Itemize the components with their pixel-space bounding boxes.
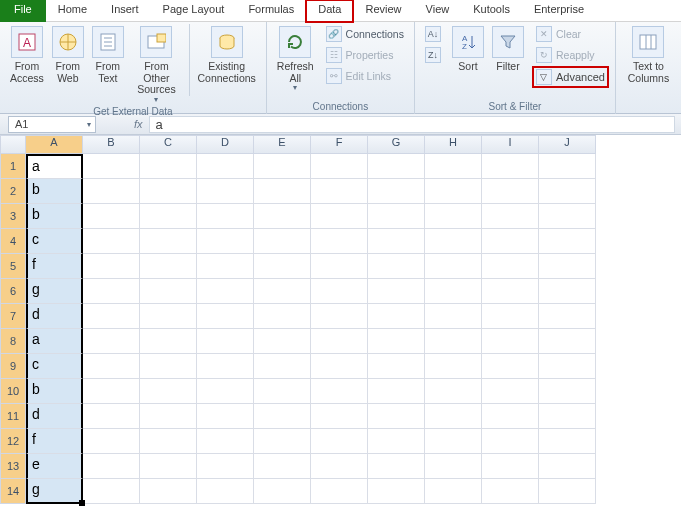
cell-D5[interactable] bbox=[197, 254, 254, 279]
cell-D14[interactable] bbox=[197, 479, 254, 504]
cell-H5[interactable] bbox=[425, 254, 482, 279]
cell-I7[interactable] bbox=[482, 304, 539, 329]
connections-button[interactable]: 🔗Connections bbox=[322, 24, 408, 44]
cell-J12[interactable] bbox=[539, 429, 596, 454]
cell-C3[interactable] bbox=[140, 204, 197, 229]
cell-C1[interactable] bbox=[140, 154, 197, 179]
cell-A12[interactable]: f bbox=[26, 429, 83, 454]
cell-C11[interactable] bbox=[140, 404, 197, 429]
cell-C14[interactable] bbox=[140, 479, 197, 504]
cell-B7[interactable] bbox=[83, 304, 140, 329]
cell-G6[interactable] bbox=[368, 279, 425, 304]
cell-B12[interactable] bbox=[83, 429, 140, 454]
tab-home[interactable]: Home bbox=[46, 0, 99, 22]
cell-G11[interactable] bbox=[368, 404, 425, 429]
cell-B14[interactable] bbox=[83, 479, 140, 504]
cell-I6[interactable] bbox=[482, 279, 539, 304]
cell-B10[interactable] bbox=[83, 379, 140, 404]
cell-F10[interactable] bbox=[311, 379, 368, 404]
cell-D2[interactable] bbox=[197, 179, 254, 204]
cell-I9[interactable] bbox=[482, 354, 539, 379]
column-header-C[interactable]: C bbox=[140, 135, 197, 154]
cell-B5[interactable] bbox=[83, 254, 140, 279]
row-header-2[interactable]: 2 bbox=[0, 179, 26, 204]
cell-F1[interactable] bbox=[311, 154, 368, 179]
cell-C4[interactable] bbox=[140, 229, 197, 254]
row-header-14[interactable]: 14 bbox=[0, 479, 26, 504]
cell-C9[interactable] bbox=[140, 354, 197, 379]
cell-H3[interactable] bbox=[425, 204, 482, 229]
cell-A11[interactable]: d bbox=[26, 404, 83, 429]
cell-J6[interactable] bbox=[539, 279, 596, 304]
cell-F11[interactable] bbox=[311, 404, 368, 429]
cell-H11[interactable] bbox=[425, 404, 482, 429]
cell-E8[interactable] bbox=[254, 329, 311, 354]
row-header-5[interactable]: 5 bbox=[0, 254, 26, 279]
cell-I5[interactable] bbox=[482, 254, 539, 279]
cell-G2[interactable] bbox=[368, 179, 425, 204]
cell-E1[interactable] bbox=[254, 154, 311, 179]
cell-G10[interactable] bbox=[368, 379, 425, 404]
name-box[interactable]: A1 bbox=[8, 116, 96, 133]
cell-G4[interactable] bbox=[368, 229, 425, 254]
cell-D10[interactable] bbox=[197, 379, 254, 404]
cell-C5[interactable] bbox=[140, 254, 197, 279]
tab-enterprise[interactable]: Enterprise bbox=[522, 0, 596, 22]
cell-I11[interactable] bbox=[482, 404, 539, 429]
cell-J9[interactable] bbox=[539, 354, 596, 379]
column-header-G[interactable]: G bbox=[368, 135, 425, 154]
from-text-button[interactable]: From Text bbox=[88, 24, 128, 86]
cell-B8[interactable] bbox=[83, 329, 140, 354]
cell-A14[interactable]: g bbox=[26, 479, 83, 504]
cell-D8[interactable] bbox=[197, 329, 254, 354]
cell-J4[interactable] bbox=[539, 229, 596, 254]
tab-data[interactable]: Data bbox=[306, 0, 353, 22]
cell-B11[interactable] bbox=[83, 404, 140, 429]
cell-J14[interactable] bbox=[539, 479, 596, 504]
cell-F14[interactable] bbox=[311, 479, 368, 504]
tab-review[interactable]: Review bbox=[353, 0, 413, 22]
cell-E13[interactable] bbox=[254, 454, 311, 479]
row-header-7[interactable]: 7 bbox=[0, 304, 26, 329]
cell-F9[interactable] bbox=[311, 354, 368, 379]
cell-J11[interactable] bbox=[539, 404, 596, 429]
cell-D9[interactable] bbox=[197, 354, 254, 379]
cell-H6[interactable] bbox=[425, 279, 482, 304]
cell-E14[interactable] bbox=[254, 479, 311, 504]
cell-E11[interactable] bbox=[254, 404, 311, 429]
cell-A8[interactable]: a bbox=[26, 329, 83, 354]
cell-A4[interactable]: c bbox=[26, 229, 83, 254]
cell-C13[interactable] bbox=[140, 454, 197, 479]
cell-H14[interactable] bbox=[425, 479, 482, 504]
cell-A3[interactable]: b bbox=[26, 204, 83, 229]
tab-kutools[interactable]: Kutools bbox=[461, 0, 522, 22]
row-header-1[interactable]: 1 bbox=[0, 154, 26, 179]
cell-D3[interactable] bbox=[197, 204, 254, 229]
cell-J13[interactable] bbox=[539, 454, 596, 479]
cell-H4[interactable] bbox=[425, 229, 482, 254]
cell-H10[interactable] bbox=[425, 379, 482, 404]
cell-G9[interactable] bbox=[368, 354, 425, 379]
sort-asc-button[interactable]: A↓ bbox=[421, 24, 445, 44]
cell-H8[interactable] bbox=[425, 329, 482, 354]
cell-A10[interactable]: b bbox=[26, 379, 83, 404]
cell-J8[interactable] bbox=[539, 329, 596, 354]
cell-B1[interactable] bbox=[83, 154, 140, 179]
column-header-E[interactable]: E bbox=[254, 135, 311, 154]
cell-F6[interactable] bbox=[311, 279, 368, 304]
row-header-4[interactable]: 4 bbox=[0, 229, 26, 254]
cell-I2[interactable] bbox=[482, 179, 539, 204]
cell-J7[interactable] bbox=[539, 304, 596, 329]
cell-I12[interactable] bbox=[482, 429, 539, 454]
existing-connections-button[interactable]: Existing Connections bbox=[193, 24, 259, 86]
cell-J5[interactable] bbox=[539, 254, 596, 279]
row-header-8[interactable]: 8 bbox=[0, 329, 26, 354]
cell-B3[interactable] bbox=[83, 204, 140, 229]
column-header-B[interactable]: B bbox=[83, 135, 140, 154]
row-header-11[interactable]: 11 bbox=[0, 404, 26, 429]
column-header-I[interactable]: I bbox=[482, 135, 539, 154]
cell-G14[interactable] bbox=[368, 479, 425, 504]
cell-A6[interactable]: g bbox=[26, 279, 83, 304]
cell-E10[interactable] bbox=[254, 379, 311, 404]
properties-button[interactable]: ☷Properties bbox=[322, 45, 408, 65]
